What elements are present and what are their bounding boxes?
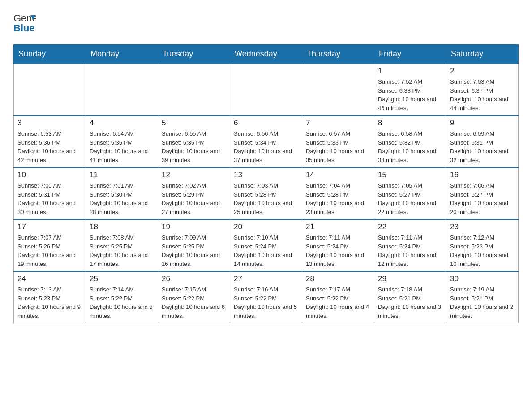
weekday-header-sunday: Sunday [14, 45, 86, 64]
calendar-cell: 26Sunrise: 7:15 AMSunset: 5:22 PMDayligh… [158, 271, 230, 323]
calendar-cell: 6Sunrise: 6:56 AMSunset: 5:34 PMDaylight… [230, 116, 302, 167]
logo: General Blue [13, 9, 36, 35]
day-info: Sunrise: 6:59 AMSunset: 5:31 PMDaylight:… [450, 129, 515, 164]
day-number: 18 [90, 223, 154, 231]
day-info: Sunrise: 6:53 AMSunset: 5:36 PMDaylight:… [17, 129, 82, 164]
day-info: Sunrise: 7:11 AMSunset: 5:24 PMDaylight:… [306, 233, 370, 268]
day-info: Sunrise: 6:54 AMSunset: 5:35 PMDaylight:… [90, 129, 154, 164]
day-number: 15 [378, 171, 442, 180]
calendar-cell [14, 64, 86, 116]
calendar-cell: 14Sunrise: 7:04 AMSunset: 5:28 PMDayligh… [302, 167, 374, 219]
weekday-header-thursday: Thursday [302, 45, 374, 64]
day-number: 23 [450, 223, 515, 231]
svg-text:Blue: Blue [13, 22, 35, 34]
day-info: Sunrise: 7:52 AMSunset: 6:38 PMDaylight:… [378, 77, 442, 112]
calendar-cell: 10Sunrise: 7:00 AMSunset: 5:31 PMDayligh… [14, 167, 86, 219]
day-number: 9 [450, 119, 515, 128]
calendar-cell: 12Sunrise: 7:02 AMSunset: 5:29 PMDayligh… [158, 167, 230, 219]
weekday-header-tuesday: Tuesday [158, 45, 230, 64]
day-info: Sunrise: 7:01 AMSunset: 5:30 PMDaylight:… [90, 181, 154, 216]
calendar-cell: 2Sunrise: 7:53 AMSunset: 6:37 PMDaylight… [446, 64, 519, 116]
day-number: 13 [234, 171, 298, 180]
calendar-cell: 25Sunrise: 7:14 AMSunset: 5:22 PMDayligh… [86, 271, 158, 323]
calendar-week-3: 10Sunrise: 7:00 AMSunset: 5:31 PMDayligh… [14, 167, 519, 219]
day-info: Sunrise: 6:55 AMSunset: 5:35 PMDaylight:… [162, 129, 226, 164]
calendar-week-4: 17Sunrise: 7:07 AMSunset: 5:26 PMDayligh… [14, 219, 519, 271]
day-number: 27 [234, 274, 298, 283]
day-info: Sunrise: 7:05 AMSunset: 5:27 PMDaylight:… [378, 181, 442, 216]
day-info: Sunrise: 6:57 AMSunset: 5:33 PMDaylight:… [306, 129, 370, 164]
day-number: 4 [90, 119, 154, 128]
calendar-cell [230, 64, 302, 116]
calendar-cell: 11Sunrise: 7:01 AMSunset: 5:30 PMDayligh… [86, 167, 158, 219]
day-number: 1 [378, 67, 442, 76]
day-info: Sunrise: 7:19 AMSunset: 5:21 PMDaylight:… [450, 285, 515, 320]
calendar-cell: 15Sunrise: 7:05 AMSunset: 5:27 PMDayligh… [374, 167, 446, 219]
day-number: 20 [234, 223, 298, 231]
day-info: Sunrise: 6:56 AMSunset: 5:34 PMDaylight:… [234, 129, 298, 164]
day-number: 22 [378, 223, 442, 231]
calendar-cell [158, 64, 230, 116]
calendar-table: SundayMondayTuesdayWednesdayThursdayFrid… [13, 44, 519, 323]
calendar-cell: 27Sunrise: 7:16 AMSunset: 5:22 PMDayligh… [230, 271, 302, 323]
day-number: 16 [450, 171, 515, 180]
day-number: 5 [162, 119, 226, 128]
day-number: 21 [306, 223, 370, 231]
calendar-week-2: 3Sunrise: 6:53 AMSunset: 5:36 PMDaylight… [14, 116, 519, 167]
day-number: 26 [162, 274, 226, 283]
day-info: Sunrise: 7:02 AMSunset: 5:29 PMDaylight:… [162, 181, 226, 216]
weekday-header-row: SundayMondayTuesdayWednesdayThursdayFrid… [14, 45, 519, 64]
weekday-header-wednesday: Wednesday [230, 45, 302, 64]
day-info: Sunrise: 7:16 AMSunset: 5:22 PMDaylight:… [234, 285, 298, 320]
day-info: Sunrise: 7:07 AMSunset: 5:26 PMDaylight:… [17, 233, 82, 268]
calendar-cell: 24Sunrise: 7:13 AMSunset: 5:23 PMDayligh… [14, 271, 86, 323]
day-info: Sunrise: 7:12 AMSunset: 5:23 PMDaylight:… [450, 233, 515, 268]
calendar-cell: 7Sunrise: 6:57 AMSunset: 5:33 PMDaylight… [302, 116, 374, 167]
calendar-cell: 5Sunrise: 6:55 AMSunset: 5:35 PMDaylight… [158, 116, 230, 167]
page-header: General Blue [13, 9, 519, 35]
day-number: 8 [378, 119, 442, 128]
day-info: Sunrise: 7:18 AMSunset: 5:21 PMDaylight:… [378, 285, 442, 320]
day-info: Sunrise: 7:00 AMSunset: 5:31 PMDaylight:… [17, 181, 82, 216]
day-number: 19 [162, 223, 226, 231]
calendar-cell: 17Sunrise: 7:07 AMSunset: 5:26 PMDayligh… [14, 219, 86, 271]
calendar-cell [302, 64, 374, 116]
day-info: Sunrise: 7:15 AMSunset: 5:22 PMDaylight:… [162, 285, 226, 320]
weekday-header-saturday: Saturday [446, 45, 519, 64]
calendar-week-1: 1Sunrise: 7:52 AMSunset: 6:38 PMDaylight… [14, 64, 519, 116]
day-number: 30 [450, 274, 515, 283]
day-number: 11 [90, 171, 154, 180]
day-info: Sunrise: 7:06 AMSunset: 5:27 PMDaylight:… [450, 181, 515, 216]
day-info: Sunrise: 7:03 AMSunset: 5:28 PMDaylight:… [234, 181, 298, 216]
calendar-cell: 22Sunrise: 7:11 AMSunset: 5:24 PMDayligh… [374, 219, 446, 271]
calendar-cell: 13Sunrise: 7:03 AMSunset: 5:28 PMDayligh… [230, 167, 302, 219]
day-info: Sunrise: 7:17 AMSunset: 5:22 PMDaylight:… [306, 285, 370, 320]
day-info: Sunrise: 7:13 AMSunset: 5:23 PMDaylight:… [17, 285, 82, 320]
calendar-cell: 1Sunrise: 7:52 AMSunset: 6:38 PMDaylight… [374, 64, 446, 116]
day-info: Sunrise: 7:11 AMSunset: 5:24 PMDaylight:… [378, 233, 442, 268]
day-number: 29 [378, 274, 442, 283]
calendar-week-5: 24Sunrise: 7:13 AMSunset: 5:23 PMDayligh… [14, 271, 519, 323]
weekday-header-friday: Friday [374, 45, 446, 64]
day-number: 10 [17, 171, 82, 180]
calendar-cell: 20Sunrise: 7:10 AMSunset: 5:24 PMDayligh… [230, 219, 302, 271]
calendar-cell [86, 64, 158, 116]
calendar-cell: 16Sunrise: 7:06 AMSunset: 5:27 PMDayligh… [446, 167, 519, 219]
day-number: 12 [162, 171, 226, 180]
day-number: 14 [306, 171, 370, 180]
calendar-cell: 4Sunrise: 6:54 AMSunset: 5:35 PMDaylight… [86, 116, 158, 167]
day-number: 24 [17, 274, 82, 283]
calendar-cell: 18Sunrise: 7:08 AMSunset: 5:25 PMDayligh… [86, 219, 158, 271]
calendar-cell: 29Sunrise: 7:18 AMSunset: 5:21 PMDayligh… [374, 271, 446, 323]
logo-icon: General Blue [13, 9, 36, 34]
day-info: Sunrise: 7:14 AMSunset: 5:22 PMDaylight:… [90, 285, 154, 320]
calendar-cell: 30Sunrise: 7:19 AMSunset: 5:21 PMDayligh… [446, 271, 519, 323]
calendar-cell: 28Sunrise: 7:17 AMSunset: 5:22 PMDayligh… [302, 271, 374, 323]
day-info: Sunrise: 7:09 AMSunset: 5:25 PMDaylight:… [162, 233, 226, 268]
day-number: 6 [234, 119, 298, 128]
calendar-cell: 23Sunrise: 7:12 AMSunset: 5:23 PMDayligh… [446, 219, 519, 271]
day-info: Sunrise: 7:53 AMSunset: 6:37 PMDaylight:… [450, 77, 515, 112]
day-info: Sunrise: 6:58 AMSunset: 5:32 PMDaylight:… [378, 129, 442, 164]
calendar-cell: 3Sunrise: 6:53 AMSunset: 5:36 PMDaylight… [14, 116, 86, 167]
weekday-header-monday: Monday [86, 45, 158, 64]
